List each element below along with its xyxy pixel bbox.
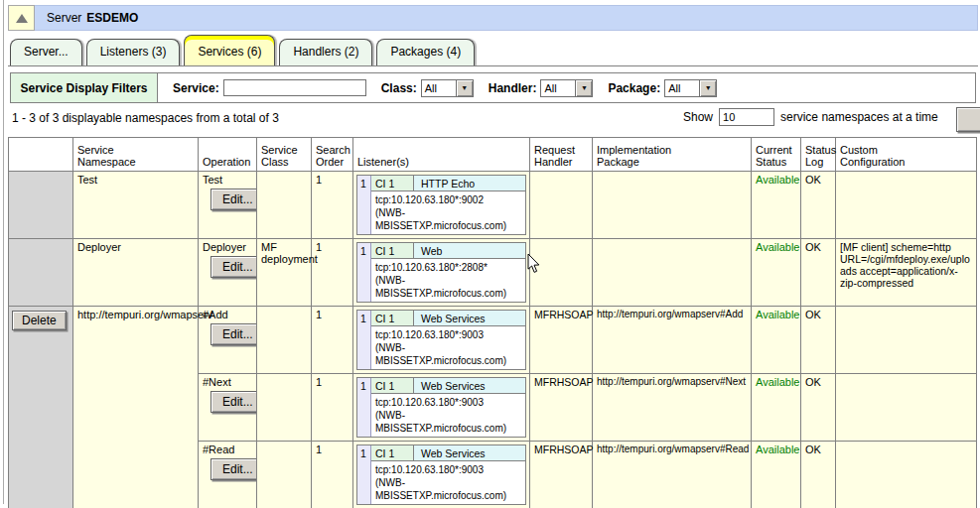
delete-button[interactable]: Delete xyxy=(12,311,67,330)
implementation-package-cell: http://tempuri.org/wmapserv#Next xyxy=(593,374,752,442)
dropdown-arrow-icon: ▼ xyxy=(575,80,592,96)
request-handler-cell: MFRHSOAP xyxy=(530,442,593,508)
listener-head: CI 1 HTTP Echo xyxy=(371,176,525,191)
listener-address: tcp:10.120.63.180*:9003 (NWB-MBISSETXP.m… xyxy=(371,461,525,504)
collapse-toggle[interactable] xyxy=(8,5,35,31)
operation-label: #Read xyxy=(203,444,252,455)
operation-label: Deployer xyxy=(203,241,252,253)
listeners-cell: 1 CI 1 Web Services tcp:10.120.63.180*:9… xyxy=(353,374,530,442)
col-request-handler: RequestHandler xyxy=(530,138,593,172)
custom-configuration-cell xyxy=(836,442,977,508)
listener-number: 1 xyxy=(357,445,371,504)
listener-detail: CI 1 Web Services tcp:10.120.63.180*:900… xyxy=(371,311,525,369)
col-blank xyxy=(9,138,73,172)
listener-endpoint: tcp:10.120.63.180*:2808* xyxy=(375,261,523,274)
listener-host: (NWB-MBISSETXP.microfocus.com) xyxy=(375,274,523,300)
service-class-cell: MF deployment xyxy=(257,239,312,307)
status-log-cell: OK xyxy=(801,239,836,307)
show-controls: Show service namespaces at a time xyxy=(683,108,938,126)
package-filter-label: Package: xyxy=(608,81,660,95)
pager-button[interactable] xyxy=(956,107,980,132)
col-listeners: Listener(s) xyxy=(353,138,530,172)
current-status-cell: Available xyxy=(752,239,801,307)
listeners-cell: 1 CI 1 Web Services tcp:10.120.63.180*:9… xyxy=(353,307,530,374)
service-filter-input[interactable] xyxy=(223,79,366,96)
implementation-package-cell xyxy=(593,239,752,307)
operation-label: Test xyxy=(203,174,252,186)
package-select[interactable]: All ▼ xyxy=(664,79,717,97)
services-table: ServiceNamespace Operation ServiceClass … xyxy=(8,137,977,508)
search-order-cell: 1 xyxy=(312,307,353,374)
listener-box: 1 CI 1 Web tcp:10.120.63.180*:2808* (NWB… xyxy=(356,242,526,303)
filter-title: Service Display Filters xyxy=(11,73,158,102)
dropdown-arrow-icon: ▼ xyxy=(699,80,716,96)
operation-cell: #Next Edit... xyxy=(199,374,257,442)
tab-services[interactable]: Services (6) xyxy=(184,35,275,65)
listener-head: CI 1 Web Services xyxy=(371,378,525,394)
custom-configuration-cell: [MF client] scheme=http URL=/cgi/mfdeplo… xyxy=(836,239,977,307)
server-title-prefix: Server xyxy=(47,11,81,25)
filter-bar: Service Display Filters Service: Class: … xyxy=(10,72,976,103)
operation-cell: Test Edit... xyxy=(199,172,257,239)
request-handler-cell xyxy=(530,172,593,239)
namespace-count-summary: 1 - 3 of 3 displayable namespaces from a… xyxy=(12,111,279,125)
status-log-cell: OK xyxy=(801,442,836,508)
handler-select[interactable]: All ▼ xyxy=(540,79,593,97)
listener-name: CI 1 xyxy=(371,243,414,258)
listener-address: tcp:10.120.63.180*:2808* (NWB-MBISSETXP.… xyxy=(371,259,525,302)
row-action-cell xyxy=(9,172,73,239)
tab-packages[interactable]: Packages (4) xyxy=(376,39,475,65)
operation-label: #Add xyxy=(203,309,252,320)
listeners-cell: 1 CI 1 Web Services tcp:10.120.63.180*:9… xyxy=(353,442,530,508)
col-search-order: SearchOrder xyxy=(312,138,353,172)
show-suffix-label: service namespaces at a time xyxy=(780,110,938,124)
current-status-cell: Available xyxy=(752,172,801,239)
show-count-input[interactable] xyxy=(719,108,774,126)
tab-handlers[interactable]: Handlers (2) xyxy=(279,39,372,65)
listener-detail: CI 1 Web tcp:10.120.63.180*:2808* (NWB-M… xyxy=(371,243,525,302)
listener-detail: CI 1 Web Services tcp:10.120.63.180*:900… xyxy=(371,445,525,504)
listener-type: HTTP Echo xyxy=(414,176,525,190)
operation-cell: #Read Edit... xyxy=(199,442,257,508)
listener-endpoint: tcp:10.120.63.180*:9002 xyxy=(375,193,523,206)
tab-listeners[interactable]: Listeners (3) xyxy=(86,39,181,65)
row-action-cell xyxy=(9,239,73,307)
service-class-cell xyxy=(257,172,312,239)
status-log-cell: OK xyxy=(801,307,836,374)
col-implementation-package: ImplementationPackage xyxy=(593,138,752,172)
class-select[interactable]: All ▼ xyxy=(421,79,474,97)
listener-number: 1 xyxy=(357,176,371,234)
listener-name: CI 1 xyxy=(371,445,414,460)
handler-select-value: All xyxy=(541,80,575,96)
tab-server[interactable]: Server... xyxy=(10,39,82,65)
operation-cell: #Add Edit... xyxy=(199,307,257,374)
listener-name: CI 1 xyxy=(371,176,414,190)
listener-box: 1 CI 1 Web Services tcp:10.120.63.180*:9… xyxy=(356,444,526,505)
implementation-package-cell xyxy=(593,172,752,239)
operation-label: #Next xyxy=(203,376,252,388)
operation-cell: Deployer Edit... xyxy=(199,239,257,307)
service-namespace-cell: Test xyxy=(73,172,199,239)
listener-number: 1 xyxy=(357,311,371,369)
search-order-cell: 1 xyxy=(312,442,353,508)
service-namespace-cell: http://tempuri.org/wmapserv xyxy=(73,307,199,508)
service-class-cell xyxy=(257,307,312,374)
class-select-value: All xyxy=(422,80,456,96)
mouse-cursor-icon xyxy=(527,254,540,274)
listener-number: 1 xyxy=(357,243,371,302)
request-handler-cell: MFRHSOAP xyxy=(530,374,593,442)
table-header-row: ServiceNamespace Operation ServiceClass … xyxy=(9,138,977,172)
listener-head: CI 1 Web Services xyxy=(371,445,525,461)
listener-host: (NWB-MBISSETXP.microfocus.com) xyxy=(375,409,523,435)
col-status-log: StatusLog xyxy=(801,138,836,172)
table-row: Delete http://tempuri.org/wmapserv #Add … xyxy=(9,307,977,374)
col-custom-configuration: CustomConfiguration xyxy=(836,138,977,172)
handler-filter-label: Handler: xyxy=(489,81,537,95)
listener-type: Web xyxy=(414,243,525,258)
listener-box: 1 CI 1 HTTP Echo tcp:10.120.63.180*:9002… xyxy=(356,175,526,235)
service-namespace-cell: Deployer xyxy=(73,239,199,307)
implementation-package-cell: http://tempuri.org/wmapserv#Add xyxy=(593,307,752,374)
listener-endpoint: tcp:10.120.63.180*:9003 xyxy=(375,396,523,409)
listener-address: tcp:10.120.63.180*:9003 (NWB-MBISSETXP.m… xyxy=(371,394,525,437)
listeners-cell: 1 CI 1 Web tcp:10.120.63.180*:2808* (NWB… xyxy=(353,239,530,307)
